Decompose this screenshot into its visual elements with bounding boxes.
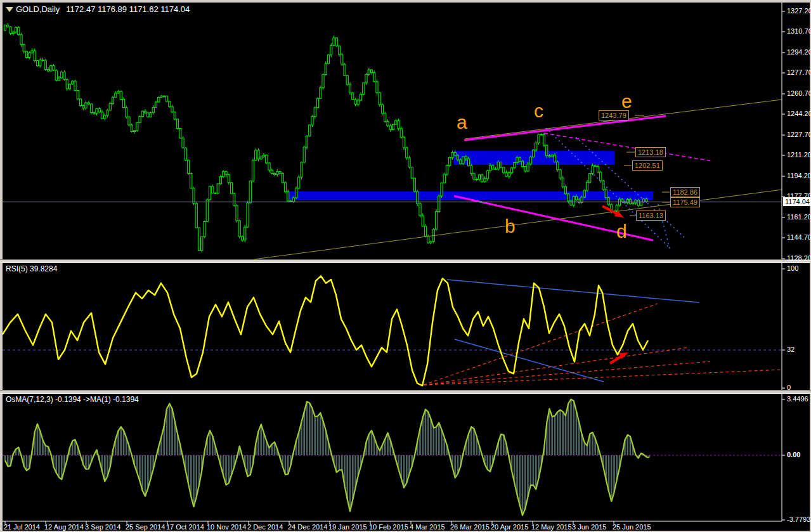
price-axis-label: 1128.20 xyxy=(787,254,811,262)
price-axis-label: 1227.70 xyxy=(787,131,811,138)
price-level-tag[interactable]: 1213.18 xyxy=(635,147,666,157)
date-axis-label: 10 Nov 2014 xyxy=(207,523,246,531)
rsi-axis-label: 100 xyxy=(787,264,798,272)
price-axis-label: 1260.70 xyxy=(787,89,811,97)
price-axis-label: 1327.20 xyxy=(787,7,811,15)
date-axis-label: 3 Sep 2014 xyxy=(85,523,120,531)
wave-letter-e[interactable]: e xyxy=(621,92,632,111)
labels-layer: 1327.201310.701294.201277.701260.701244.… xyxy=(0,0,811,532)
price-level-tag[interactable]: 1175.49 xyxy=(670,197,700,207)
osma-axis-label: 3.4496 xyxy=(787,395,808,403)
osma-indicator-label: OsMA(7,12,3) -0.1394 ->MA(1) -0.1394 xyxy=(6,395,139,404)
price-axis-label: 1194.20 xyxy=(787,172,811,179)
date-axis-label: 24 Dec 2014 xyxy=(288,523,327,531)
price-level-tag[interactable]: 1182.86 xyxy=(670,187,700,197)
date-axis-label: 19 Jan 2015 xyxy=(328,523,367,531)
current-price-tag: 1174.04 xyxy=(783,197,811,206)
rsi-indicator-label: RSI(5) 39.8284 xyxy=(6,264,57,273)
date-axis-label: 20 Apr 2015 xyxy=(491,523,528,531)
triangle-down-icon[interactable] xyxy=(6,7,13,12)
date-axis-label: 12 Aug 2014 xyxy=(44,523,84,531)
wave-letter-d[interactable]: d xyxy=(616,222,627,241)
wave-letter-a[interactable]: a xyxy=(457,113,467,132)
wave-letter-c[interactable]: c xyxy=(534,101,543,120)
wave-letter-b[interactable]: b xyxy=(505,217,516,236)
date-axis-label: 3 Jun 2015 xyxy=(572,523,606,531)
rsi-axis-label: 32 xyxy=(787,346,795,353)
price-level-tag[interactable]: 1163.13 xyxy=(636,211,666,221)
price-level-tag[interactable]: 1202.51 xyxy=(632,160,663,171)
osma-axis-label: -3.7793 xyxy=(787,516,810,523)
date-axis-label: 25 Jun 2015 xyxy=(613,523,651,531)
price-level-tag[interactable]: 1243.79 xyxy=(599,110,629,120)
date-axis-label: 4 Mar 2015 xyxy=(410,523,445,531)
price-axis-label: 1277.70 xyxy=(787,68,811,76)
chart-window: GOLD,Daily1172.47 1176.89 1171.62 1174.0… xyxy=(0,0,811,532)
price-axis-label: 1310.70 xyxy=(787,27,811,35)
symbol-period-label: GOLD,Daily xyxy=(16,4,60,14)
price-axis-label: 1211.20 xyxy=(787,151,811,159)
price-axis-label: 1244.20 xyxy=(787,110,811,117)
price-axis-label: 1161.20 xyxy=(787,213,811,221)
rsi-axis-label: 0 xyxy=(787,384,791,391)
date-axis-label: 25 Sep 2014 xyxy=(126,523,165,531)
osma-axis-label: 0.00 xyxy=(787,451,800,458)
date-axis-label: 21 Jul 2014 xyxy=(4,523,40,531)
ohlc-values: 1172.47 1176.89 1171.62 1174.04 xyxy=(66,4,190,14)
chart-title: GOLD,Daily1172.47 1176.89 1171.62 1174.0… xyxy=(16,4,190,14)
date-axis-label: 10 Feb 2015 xyxy=(369,523,408,531)
price-axis-label: 1144.70 xyxy=(787,233,811,241)
date-axis-label: 26 Mar 2015 xyxy=(450,523,490,531)
date-axis-label: 17 Oct 2014 xyxy=(166,523,204,531)
price-axis-label: 1294.20 xyxy=(787,48,811,56)
date-axis-label: 12 May 2015 xyxy=(531,523,572,531)
date-axis-label: 2 Dec 2014 xyxy=(247,523,283,531)
